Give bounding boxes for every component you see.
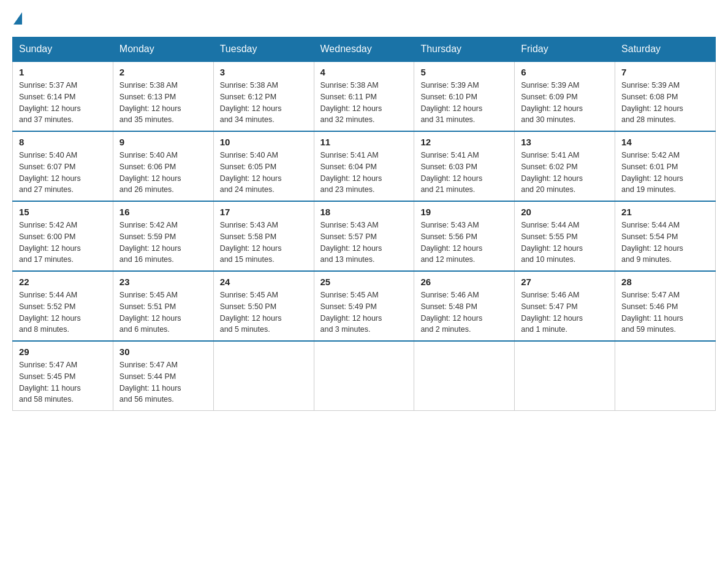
- calendar-week-row: 29Sunrise: 5:47 AMSunset: 5:45 PMDayligh…: [13, 341, 716, 411]
- calendar-day-cell: 3Sunrise: 5:38 AMSunset: 6:12 PMDaylight…: [213, 61, 314, 131]
- day-info: Sunrise: 5:37 AMSunset: 6:14 PMDaylight:…: [19, 80, 107, 126]
- calendar-week-row: 15Sunrise: 5:42 AMSunset: 6:00 PMDayligh…: [13, 201, 716, 271]
- day-number: 18: [320, 207, 408, 217]
- calendar-day-cell: 11Sunrise: 5:41 AMSunset: 6:04 PMDayligh…: [314, 131, 414, 201]
- calendar-day-cell: 7Sunrise: 5:39 AMSunset: 6:08 PMDaylight…: [615, 61, 716, 131]
- calendar-day-cell: 25Sunrise: 5:45 AMSunset: 5:49 PMDayligh…: [314, 271, 414, 341]
- day-info: Sunrise: 5:47 AMSunset: 5:44 PMDaylight:…: [119, 359, 207, 405]
- calendar-day-cell: 1Sunrise: 5:37 AMSunset: 6:14 PMDaylight…: [13, 61, 113, 131]
- day-number: 8: [19, 137, 107, 147]
- day-number: 26: [420, 277, 508, 287]
- weekday-header-tuesday: Tuesday: [213, 37, 314, 62]
- day-info: Sunrise: 5:46 AMSunset: 5:48 PMDaylight:…: [420, 289, 508, 335]
- calendar-day-cell: 19Sunrise: 5:43 AMSunset: 5:56 PMDayligh…: [414, 201, 515, 271]
- day-number: 12: [420, 137, 508, 147]
- calendar-day-cell: 12Sunrise: 5:41 AMSunset: 6:03 PMDayligh…: [414, 131, 515, 201]
- day-info: Sunrise: 5:39 AMSunset: 6:10 PMDaylight:…: [420, 80, 508, 126]
- calendar-day-cell: 17Sunrise: 5:43 AMSunset: 5:58 PMDayligh…: [213, 201, 314, 271]
- calendar-week-row: 8Sunrise: 5:40 AMSunset: 6:07 PMDaylight…: [13, 131, 716, 201]
- day-number: 16: [119, 207, 207, 217]
- weekday-header-thursday: Thursday: [414, 37, 515, 62]
- day-info: Sunrise: 5:41 AMSunset: 6:03 PMDaylight:…: [420, 150, 508, 196]
- calendar-day-cell: 24Sunrise: 5:45 AMSunset: 5:50 PMDayligh…: [213, 271, 314, 341]
- calendar-day-cell: 9Sunrise: 5:40 AMSunset: 6:06 PMDaylight…: [113, 131, 213, 201]
- day-info: Sunrise: 5:47 AMSunset: 5:46 PMDaylight:…: [621, 289, 709, 335]
- calendar-day-cell: [615, 341, 716, 411]
- weekday-header-monday: Monday: [113, 37, 213, 62]
- calendar-week-row: 1Sunrise: 5:37 AMSunset: 6:14 PMDaylight…: [13, 61, 716, 131]
- calendar-day-cell: 30Sunrise: 5:47 AMSunset: 5:44 PMDayligh…: [113, 341, 213, 411]
- day-info: Sunrise: 5:43 AMSunset: 5:58 PMDaylight:…: [220, 220, 308, 266]
- day-number: 9: [119, 137, 207, 147]
- day-info: Sunrise: 5:40 AMSunset: 6:05 PMDaylight:…: [220, 150, 308, 196]
- weekday-header-friday: Friday: [515, 37, 615, 62]
- day-info: Sunrise: 5:40 AMSunset: 6:07 PMDaylight:…: [19, 150, 107, 196]
- day-info: Sunrise: 5:44 AMSunset: 5:54 PMDaylight:…: [621, 220, 709, 266]
- weekday-header-saturday: Saturday: [615, 37, 716, 62]
- calendar-table: SundayMondayTuesdayWednesdayThursdayFrid…: [12, 37, 716, 411]
- day-number: 14: [621, 137, 709, 147]
- day-number: 29: [19, 347, 107, 357]
- calendar-day-cell: [515, 341, 615, 411]
- day-number: 21: [621, 207, 709, 217]
- calendar-day-cell: 10Sunrise: 5:40 AMSunset: 6:05 PMDayligh…: [213, 131, 314, 201]
- day-number: 28: [621, 277, 709, 287]
- day-number: 1: [19, 67, 107, 77]
- calendar-day-cell: [213, 341, 314, 411]
- weekday-header-sunday: Sunday: [13, 37, 113, 62]
- day-info: Sunrise: 5:38 AMSunset: 6:12 PMDaylight:…: [220, 80, 308, 126]
- calendar-day-cell: [314, 341, 414, 411]
- day-info: Sunrise: 5:44 AMSunset: 5:52 PMDaylight:…: [19, 289, 107, 335]
- logo: [12, 12, 23, 25]
- calendar-day-cell: 23Sunrise: 5:45 AMSunset: 5:51 PMDayligh…: [113, 271, 213, 341]
- day-number: 6: [521, 67, 609, 77]
- calendar-day-cell: 5Sunrise: 5:39 AMSunset: 6:10 PMDaylight…: [414, 61, 515, 131]
- day-info: Sunrise: 5:38 AMSunset: 6:13 PMDaylight:…: [119, 80, 207, 126]
- day-number: 5: [420, 67, 508, 77]
- day-number: 2: [119, 67, 207, 77]
- calendar-day-cell: 13Sunrise: 5:41 AMSunset: 6:02 PMDayligh…: [515, 131, 615, 201]
- logo-triangle-icon: [13, 12, 22, 25]
- day-info: Sunrise: 5:42 AMSunset: 6:00 PMDaylight:…: [19, 220, 107, 266]
- calendar-day-cell: 2Sunrise: 5:38 AMSunset: 6:13 PMDaylight…: [113, 61, 213, 131]
- day-info: Sunrise: 5:41 AMSunset: 6:04 PMDaylight:…: [320, 150, 408, 196]
- day-info: Sunrise: 5:46 AMSunset: 5:47 PMDaylight:…: [521, 289, 609, 335]
- day-info: Sunrise: 5:43 AMSunset: 5:56 PMDaylight:…: [420, 220, 508, 266]
- day-info: Sunrise: 5:43 AMSunset: 5:57 PMDaylight:…: [320, 220, 408, 266]
- calendar-day-cell: 29Sunrise: 5:47 AMSunset: 5:45 PMDayligh…: [13, 341, 113, 411]
- day-info: Sunrise: 5:45 AMSunset: 5:49 PMDaylight:…: [320, 289, 408, 335]
- day-info: Sunrise: 5:47 AMSunset: 5:45 PMDaylight:…: [19, 359, 107, 405]
- day-number: 30: [119, 347, 207, 357]
- calendar-day-cell: 20Sunrise: 5:44 AMSunset: 5:55 PMDayligh…: [515, 201, 615, 271]
- weekday-header-row: SundayMondayTuesdayWednesdayThursdayFrid…: [13, 37, 716, 62]
- day-number: 3: [220, 67, 308, 77]
- day-number: 10: [220, 137, 308, 147]
- day-number: 11: [320, 137, 408, 147]
- day-number: 7: [621, 67, 709, 77]
- calendar-week-row: 22Sunrise: 5:44 AMSunset: 5:52 PMDayligh…: [13, 271, 716, 341]
- day-info: Sunrise: 5:42 AMSunset: 6:01 PMDaylight:…: [621, 150, 709, 196]
- day-number: 22: [19, 277, 107, 287]
- day-info: Sunrise: 5:41 AMSunset: 6:02 PMDaylight:…: [521, 150, 609, 196]
- day-number: 15: [19, 207, 107, 217]
- day-info: Sunrise: 5:45 AMSunset: 5:51 PMDaylight:…: [119, 289, 207, 335]
- calendar-day-cell: 16Sunrise: 5:42 AMSunset: 5:59 PMDayligh…: [113, 201, 213, 271]
- weekday-header-wednesday: Wednesday: [314, 37, 414, 62]
- calendar-day-cell: 21Sunrise: 5:44 AMSunset: 5:54 PMDayligh…: [615, 201, 716, 271]
- day-info: Sunrise: 5:40 AMSunset: 6:06 PMDaylight:…: [119, 150, 207, 196]
- day-number: 20: [521, 207, 609, 217]
- day-number: 19: [420, 207, 508, 217]
- calendar-day-cell: 18Sunrise: 5:43 AMSunset: 5:57 PMDayligh…: [314, 201, 414, 271]
- day-info: Sunrise: 5:38 AMSunset: 6:11 PMDaylight:…: [320, 80, 408, 126]
- day-number: 13: [521, 137, 609, 147]
- calendar-day-cell: 14Sunrise: 5:42 AMSunset: 6:01 PMDayligh…: [615, 131, 716, 201]
- day-info: Sunrise: 5:42 AMSunset: 5:59 PMDaylight:…: [119, 220, 207, 266]
- calendar-day-cell: 22Sunrise: 5:44 AMSunset: 5:52 PMDayligh…: [13, 271, 113, 341]
- calendar-day-cell: 8Sunrise: 5:40 AMSunset: 6:07 PMDaylight…: [13, 131, 113, 201]
- day-number: 24: [220, 277, 308, 287]
- day-number: 27: [521, 277, 609, 287]
- day-info: Sunrise: 5:45 AMSunset: 5:50 PMDaylight:…: [220, 289, 308, 335]
- calendar-day-cell: 27Sunrise: 5:46 AMSunset: 5:47 PMDayligh…: [515, 271, 615, 341]
- calendar-day-cell: 26Sunrise: 5:46 AMSunset: 5:48 PMDayligh…: [414, 271, 515, 341]
- calendar-day-cell: 28Sunrise: 5:47 AMSunset: 5:46 PMDayligh…: [615, 271, 716, 341]
